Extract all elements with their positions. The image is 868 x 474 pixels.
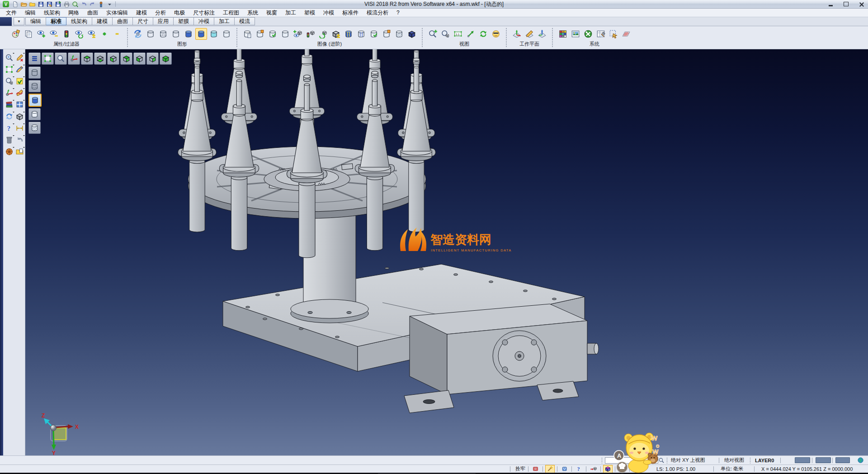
solid-preview-icon[interactable]	[15, 112, 24, 121]
blank-entities-icon[interactable]	[48, 28, 60, 40]
ribbon-tab[interactable]: 塑膜	[174, 17, 194, 25]
save-all-icon[interactable]	[54, 0, 62, 8]
zoom-1to1-icon[interactable]: 1:1	[452, 28, 464, 40]
view-observer-icon[interactable]	[490, 28, 502, 40]
view-menu-icon[interactable]	[28, 52, 41, 65]
view-iso-icon[interactable]	[160, 52, 172, 65]
menu-item[interactable]: 曲面	[83, 9, 102, 17]
layer-manager-icon[interactable]	[5, 100, 14, 109]
smart-select-icon[interactable]	[545, 465, 555, 473]
view-bottom-icon[interactable]	[94, 52, 106, 65]
edit-curve-icon[interactable]	[15, 65, 24, 74]
copy-cylinder-icon[interactable]	[381, 28, 392, 40]
selection-filter-icon[interactable]	[61, 28, 72, 40]
check-cylinder-icon[interactable]	[368, 28, 380, 40]
ribbon-tab[interactable]: 加工	[214, 17, 235, 25]
dynamic-view-icon[interactable]	[465, 28, 476, 40]
menu-item[interactable]: 模流分析	[363, 9, 392, 17]
menu-item[interactable]: 线架构	[40, 9, 64, 17]
menu-item[interactable]: ?	[392, 9, 404, 16]
new-file-icon[interactable]	[11, 0, 19, 8]
menu-item[interactable]: 加工	[281, 9, 300, 17]
query-icon[interactable]: ?	[5, 123, 14, 133]
zoom-view-icon[interactable]	[55, 52, 67, 65]
spline-icon[interactable]	[15, 88, 24, 98]
copy-attributes-icon[interactable]	[23, 28, 34, 40]
maximize-button[interactable]	[841, 1, 851, 7]
hatched-cylinder-icon[interactable]	[393, 28, 405, 40]
navigator-icon[interactable]	[5, 147, 14, 156]
system-settings-icon[interactable]	[582, 28, 594, 40]
render-copy-icon[interactable]	[254, 28, 266, 40]
wireframe-render-icon[interactable]	[28, 66, 41, 79]
dashed-hidden-mode-icon[interactable]	[170, 28, 182, 40]
ribbon-tab[interactable]: 编辑	[25, 17, 46, 25]
insert-file-icon[interactable]	[28, 0, 36, 8]
ribbon-tab[interactable]: 模流	[235, 17, 255, 25]
menu-item[interactable]: 电极	[170, 9, 189, 17]
triad-tool-icon[interactable]	[68, 52, 80, 65]
ribbon-tab[interactable]: 曲面	[113, 17, 133, 25]
ribbon-tab[interactable]: 建模	[92, 17, 113, 25]
fit-all-icon[interactable]	[42, 52, 54, 65]
menu-item[interactable]: 塑模	[300, 9, 319, 17]
assistant-badge-a[interactable]: A	[614, 450, 624, 460]
undo-view-icon[interactable]	[15, 135, 24, 145]
zoom-element-icon[interactable]	[5, 76, 14, 86]
zoom-search-icon[interactable]	[5, 53, 14, 62]
view-back-icon[interactable]	[120, 52, 132, 65]
solid-cube-icon[interactable]	[406, 28, 418, 40]
invert-visibility-icon[interactable]	[86, 28, 98, 40]
tab-overflow-button[interactable]: ▼	[14, 17, 24, 25]
render-document-icon[interactable]	[241, 28, 253, 40]
menu-item[interactable]: 冲模	[319, 9, 338, 17]
ribbon-tab[interactable]: 标准	[46, 17, 66, 25]
view-mode-label[interactable]: 绝对视图	[722, 456, 746, 465]
minimize-button[interactable]	[826, 1, 835, 7]
view-right-icon[interactable]	[146, 52, 159, 65]
refresh-visibility-icon[interactable]	[73, 28, 85, 40]
render-flat-icon[interactable]	[279, 28, 291, 40]
shaded-edges-mode-icon[interactable]	[195, 28, 207, 40]
menu-item[interactable]: 编辑	[21, 9, 40, 17]
menu-item[interactable]: 工程图	[219, 9, 243, 17]
menu-item[interactable]: 建模	[132, 9, 151, 17]
context-help-icon[interactable]: ?	[574, 465, 584, 473]
viewport-3d[interactable]: 智造资料网 INTELLIGENT MANUFACTURING DATA X Y…	[25, 49, 868, 455]
menu-item[interactable]: 文件	[2, 9, 21, 17]
layer-color-swatch[interactable]	[835, 457, 850, 463]
view-left-icon[interactable]	[133, 52, 146, 65]
ribbon-tab[interactable]: 冲模	[194, 17, 214, 25]
menu-item[interactable]: 实体编辑	[102, 9, 132, 17]
clamp-icon[interactable]	[97, 0, 105, 8]
remove-from-filter-icon[interactable]	[111, 28, 123, 40]
erase-icon[interactable]	[15, 53, 24, 62]
menu-item[interactable]: 分析	[151, 9, 170, 17]
shaded-light-render-icon[interactable]	[28, 108, 41, 120]
view-front-icon[interactable]	[107, 52, 119, 65]
flat-shade-mode-icon[interactable]	[221, 28, 232, 40]
open-document-icon[interactable]	[15, 147, 24, 156]
shaded-mode-icon[interactable]	[183, 28, 194, 40]
visibility-cube-icon[interactable]	[292, 28, 304, 40]
ribbon-tab[interactable]: 线架构	[66, 17, 92, 25]
regen-cube-icon[interactable]	[317, 28, 329, 40]
globe-icon[interactable]	[857, 456, 864, 465]
layer-color-swatch[interactable]	[795, 457, 810, 463]
confirm-icon[interactable]	[15, 76, 24, 86]
view-top-icon[interactable]	[81, 52, 93, 65]
translucent-mode-icon[interactable]	[208, 28, 220, 40]
menu-item[interactable]: 标准件	[338, 9, 363, 17]
hatched-render-icon[interactable]	[28, 122, 41, 134]
filter-cube-icon[interactable]	[305, 28, 316, 40]
save-as-icon[interactable]	[45, 0, 53, 8]
menu-item[interactable]: 尺寸标注	[189, 9, 219, 17]
edit-attributes-icon[interactable]	[10, 28, 22, 40]
zoom-window-icon[interactable]	[439, 28, 451, 40]
zoom-in-out-icon[interactable]	[427, 28, 439, 40]
coordinate-mode-label[interactable]: 绝对 XY 上视图	[669, 456, 707, 465]
snap-box-icon[interactable]	[560, 465, 569, 473]
workplane-icon[interactable]	[511, 28, 523, 40]
lock-toggle[interactable]: 拴牢	[514, 465, 527, 473]
workplane-tool-icon[interactable]	[5, 88, 14, 98]
